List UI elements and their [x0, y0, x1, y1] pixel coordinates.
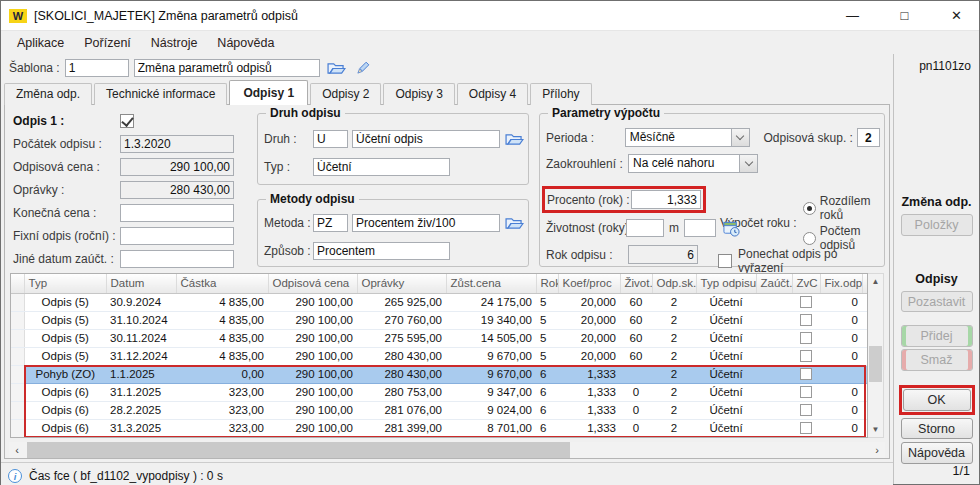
header-opravky[interactable]: Oprávky [357, 274, 446, 293]
jine-datum-input[interactable] [120, 250, 234, 268]
storno-button[interactable]: Storno [901, 418, 973, 440]
ponechat-checkbox[interactable] [718, 254, 732, 268]
metoda-code-input[interactable] [313, 214, 348, 232]
tab-prilohy[interactable]: Přílohy [530, 83, 591, 105]
header-typ[interactable]: Typ [24, 274, 106, 293]
zaokrouhleni-select[interactable]: Na celé nahoru [628, 154, 758, 173]
menu-item-aplikace[interactable]: Aplikace [7, 33, 74, 53]
druh-name-input[interactable] [352, 130, 500, 148]
sidebar: pn1101zo Změna odp. Položky Odpisy Pozas… [894, 54, 979, 484]
konecna-cena-input[interactable] [120, 204, 234, 222]
ok-button[interactable]: OK [903, 389, 971, 411]
zvc-checkbox[interactable] [800, 314, 812, 326]
tab-odpisy-3[interactable]: Odpisy 3 [383, 83, 454, 105]
table-row[interactable]: Odpis (5)30.11.20244 835,00290 100,00275… [11, 329, 867, 347]
metoda-folder-open-icon[interactable] [503, 216, 526, 231]
pozastavit-button[interactable]: Pozastavit [901, 291, 973, 313]
radio-rozdilem-roku[interactable]: Rozdílem roků [803, 194, 884, 222]
header-rok[interactable]: Rok [536, 274, 558, 293]
tab-zmena-odp[interactable]: Změna odp. [4, 83, 92, 105]
zvc-checkbox[interactable] [800, 296, 812, 308]
horizontal-scroll-thumb[interactable] [27, 442, 570, 458]
procento-input[interactable] [631, 190, 701, 209]
vertical-scroll-thumb[interactable] [869, 346, 882, 382]
header-zauct[interactable]: Zaúčt. [756, 274, 792, 293]
cell-opravky: 270 760,00 [357, 311, 446, 329]
zivotnost-m-input[interactable] [684, 219, 716, 237]
sablona-number-input[interactable] [65, 59, 129, 77]
header-zivot[interactable]: Život. [620, 274, 652, 293]
header-zvc[interactable]: ZvC [792, 274, 820, 293]
menu-item-nastroje[interactable]: Nástroje [141, 33, 208, 53]
table-row[interactable]: Odpis (5)31.12.20244 835,00290 100,00280… [11, 347, 867, 365]
metoda-name-input[interactable] [352, 214, 500, 232]
header-castka[interactable]: Částka [176, 274, 268, 293]
fixni-odpis-label: Fixní odpis (roční) : [13, 229, 120, 243]
zvc-checkbox[interactable] [800, 368, 812, 380]
druh-code-input[interactable] [313, 130, 348, 148]
menu-item-napoveda[interactable]: Nápověda [207, 33, 284, 53]
close-button[interactable]: ✕ [934, 1, 979, 30]
cell-opravky: 281 076,00 [357, 401, 446, 419]
pencil-icon[interactable] [353, 61, 372, 76]
header-koef-proc[interactable]: Koef/proc [558, 274, 620, 293]
scroll-down-icon[interactable]: ▼ [868, 422, 883, 437]
perioda-select[interactable]: Měsíčně [625, 128, 750, 147]
smaz-button[interactable]: Smaž [901, 349, 973, 371]
zvc-checkbox[interactable] [800, 350, 812, 362]
table-horizontal-scrollbar[interactable]: ‹ › [9, 442, 885, 458]
header-typ-odpisu[interactable]: Typ odpisu [696, 274, 756, 293]
odpis1-checkbox[interactable] [120, 114, 134, 128]
header-odp-sk[interactable]: Odp.sk. [652, 274, 696, 293]
polozky-button[interactable]: Položky [901, 214, 973, 236]
scroll-left-icon[interactable]: ‹ [9, 442, 25, 458]
tab-odpisy-4[interactable]: Odpisy 4 [457, 83, 528, 105]
rok-odpisu-input[interactable] [628, 245, 698, 264]
zvc-checkbox[interactable] [800, 332, 812, 344]
cell-typ_odpisu: Účetní [696, 383, 756, 401]
opravky-input[interactable] [120, 181, 234, 199]
table-row[interactable]: Odpis (6)28.2.2025323,00290 100,00281 07… [11, 401, 867, 419]
table-row[interactable]: Odpis (6)31.1.2025323,00290 100,00280 75… [11, 383, 867, 401]
cell-pad [862, 365, 867, 383]
typ-input[interactable] [313, 158, 450, 176]
radio-icon[interactable] [803, 232, 816, 245]
chevron-down-icon[interactable] [739, 155, 757, 172]
header-zust-cena[interactable]: Zůst.cena [446, 274, 536, 293]
table-row[interactable]: Odpis (5)31.10.20244 835,00290 100,00270… [11, 311, 867, 329]
zvc-checkbox[interactable] [800, 404, 812, 416]
header-fix-odp[interactable]: Fix.odp. [820, 274, 862, 293]
scroll-right-icon[interactable]: › [869, 442, 885, 458]
maximize-button[interactable]: □ [882, 1, 927, 30]
napoveda-button[interactable]: Nápověda [901, 442, 973, 464]
zvc-checkbox[interactable] [800, 386, 812, 398]
scroll-up-icon[interactable]: ▲ [868, 274, 883, 289]
tab-technicke-informace[interactable]: Technické informace [94, 83, 227, 105]
tab-odpisy-2[interactable]: Odpisy 2 [310, 83, 381, 105]
menu-item-porizeni[interactable]: Pořízení [74, 33, 141, 53]
row-marker [11, 419, 24, 437]
radio-icon[interactable] [803, 202, 816, 215]
pocatek-odpisu-input[interactable] [120, 135, 234, 153]
zpusob-input[interactable] [313, 242, 450, 260]
zvc-checkbox[interactable] [800, 422, 812, 434]
ponechat-cluster[interactable]: Ponechat odpis po vyřazení [718, 247, 884, 275]
fixni-odpis-input[interactable] [120, 227, 234, 245]
header-datum[interactable]: Datum [106, 274, 176, 293]
cell-koef: 20,000 [558, 329, 620, 347]
chevron-down-icon[interactable] [731, 129, 749, 146]
folder-open-icon[interactable] [325, 61, 348, 76]
tab-odpisy-1[interactable]: Odpisy 1 [229, 80, 308, 105]
table-row[interactable]: Odpis (5)30.9.20244 835,00290 100,00265 … [11, 293, 867, 311]
zivotnost-roky-input[interactable] [626, 219, 664, 237]
pridej-button[interactable]: Přidej [901, 325, 973, 347]
calendar-clock-icon[interactable] [721, 220, 742, 237]
table-row[interactable]: Pohyb (ZO)1.1.20250,00290 100,00280 430,… [11, 365, 867, 383]
minimize-button[interactable]: — [830, 1, 875, 30]
druh-folder-open-icon[interactable] [503, 132, 526, 147]
table-row[interactable]: Odpis (6)31.3.2025323,00290 100,00281 39… [11, 419, 867, 437]
table-vertical-scrollbar[interactable]: ▲ ▼ [868, 273, 884, 438]
sablona-name-input[interactable] [134, 59, 320, 77]
header-odpisova-cena[interactable]: Odpisová cena [268, 274, 357, 293]
odpisova-cena-input[interactable] [120, 158, 234, 176]
